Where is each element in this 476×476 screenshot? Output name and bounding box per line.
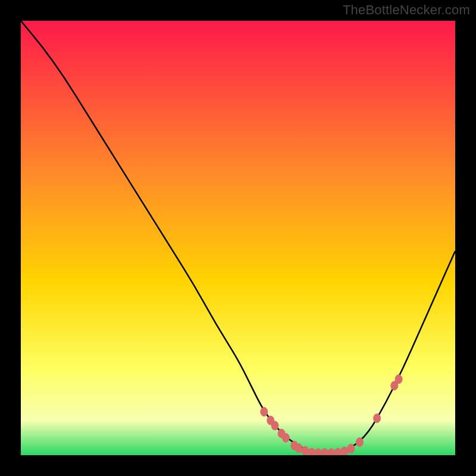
data-marker	[308, 448, 315, 455]
data-marker	[395, 375, 402, 384]
chart-frame: TheBottleNecker.com	[0, 0, 476, 476]
data-marker	[295, 444, 302, 453]
data-marker	[328, 449, 335, 455]
data-marker	[356, 438, 363, 447]
data-marker	[271, 421, 278, 430]
data-marker	[341, 447, 348, 455]
data-marker	[302, 446, 309, 455]
plot-area	[21, 21, 455, 455]
data-marker	[321, 449, 328, 455]
data-marker	[282, 433, 289, 442]
watermark-label: TheBottleNecker.com	[343, 2, 470, 18]
data-marker	[315, 449, 322, 455]
data-marker	[334, 448, 342, 455]
gradient-background	[21, 21, 455, 455]
data-marker	[374, 414, 381, 422]
bottleneck-chart	[21, 21, 455, 455]
data-marker	[261, 408, 268, 416]
data-marker	[347, 444, 355, 453]
